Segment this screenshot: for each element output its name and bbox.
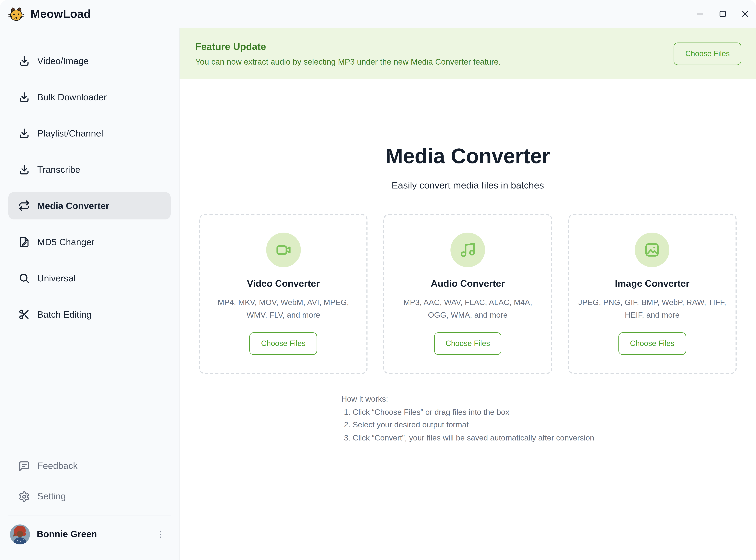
profile-menu-button[interactable] xyxy=(154,527,167,541)
main-area: Feature Update You can now extract audio… xyxy=(180,28,756,560)
cat-logo-icon xyxy=(8,6,25,22)
sidebar-item-label: Playlist/Channel xyxy=(37,128,103,139)
minimize-icon xyxy=(695,9,705,19)
music-note-icon xyxy=(451,233,485,267)
card-title: Audio Converter xyxy=(431,278,505,289)
download-icon xyxy=(18,55,30,67)
sidebar-divider xyxy=(8,515,171,516)
sidebar-item-media-converter[interactable]: Media Converter xyxy=(8,192,171,219)
sidebar-item-label: MD5 Changer xyxy=(37,237,95,247)
sidebar-item-feedback[interactable]: Feedback xyxy=(8,454,171,479)
how-it-works-step: 3. Click “Convert”, your files will be s… xyxy=(341,432,594,444)
feedback-message-icon xyxy=(18,460,30,472)
scissors-icon xyxy=(18,309,30,320)
how-it-works-title: How it works: xyxy=(341,393,594,406)
download-icon xyxy=(18,127,30,139)
kebab-menu-icon xyxy=(156,529,165,539)
avatar xyxy=(10,524,30,544)
card-formats: JPEG, PNG, GIF, BMP, WebP, RAW, TIFF, HE… xyxy=(577,296,727,321)
file-edit-icon xyxy=(18,236,30,248)
how-it-works: How it works: 1. Click “Choose Files” or… xyxy=(341,393,594,444)
page-title: Media Converter xyxy=(180,143,756,168)
feature-update-banner: Feature Update You can now extract audio… xyxy=(180,28,756,79)
video-choose-files-button[interactable]: Choose Files xyxy=(250,332,317,355)
sidebar-item-label: Setting xyxy=(37,491,66,502)
how-it-works-step: 2. Select your desired output format xyxy=(341,418,594,432)
card-formats: MP3, AAC, WAV, FLAC, ALAC, M4A, OGG, WMA… xyxy=(393,296,542,321)
image-icon xyxy=(635,233,670,267)
sidebar-footer: Feedback Setting xyxy=(0,454,179,560)
sidebar-item-label: Video/Image xyxy=(37,56,89,66)
how-it-works-step: 1. Click “Choose Files” or drag files in… xyxy=(341,406,594,419)
minimize-button[interactable] xyxy=(692,6,708,22)
maximize-button[interactable] xyxy=(715,6,730,22)
sidebar: Video/Image Bulk Downloader Playlist/Cha… xyxy=(0,28,180,560)
card-formats: MP4, MKV, MOV, WebM, AVI, MPEG, WMV, FLV… xyxy=(208,296,358,321)
card-title: Image Converter xyxy=(615,278,690,289)
sidebar-item-label: Media Converter xyxy=(37,200,109,212)
sidebar-item-playlist-channel[interactable]: Playlist/Channel xyxy=(8,120,171,147)
sidebar-item-md5-changer[interactable]: MD5 Changer xyxy=(8,228,171,256)
image-choose-files-button[interactable]: Choose Files xyxy=(618,332,686,355)
app-title: MeowLoad xyxy=(31,7,91,21)
video-camera-icon xyxy=(266,233,301,267)
sidebar-item-transcribe[interactable]: Transcribe xyxy=(8,156,171,183)
sidebar-item-batch-editing[interactable]: Batch Editing xyxy=(8,301,171,328)
sidebar-item-setting[interactable]: Setting xyxy=(8,484,171,509)
maximize-icon xyxy=(717,9,728,19)
banner-title: Feature Update xyxy=(195,41,501,52)
close-button[interactable] xyxy=(737,6,753,22)
titlebar: MeowLoad xyxy=(0,0,756,28)
sidebar-item-bulk-downloader[interactable]: Bulk Downloader xyxy=(8,83,171,111)
profile-name: Bonnie Green xyxy=(37,529,97,540)
sidebar-item-label: Batch Editing xyxy=(37,309,91,320)
sidebar-item-universal[interactable]: Universal xyxy=(8,265,171,292)
download-icon xyxy=(18,91,30,103)
sidebar-item-label: Feedback xyxy=(37,460,78,472)
converter-cards: Video Converter MP4, MKV, MOV, WebM, AVI… xyxy=(180,214,756,374)
audio-converter-card[interactable]: Audio Converter MP3, AAC, WAV, FLAC, ALA… xyxy=(383,214,552,374)
search-icon xyxy=(18,273,30,284)
profile-row[interactable]: Bonnie Green xyxy=(8,524,171,544)
banner-texts: Feature Update You can now extract audio… xyxy=(195,41,501,66)
sidebar-item-label: Transcribe xyxy=(37,164,80,175)
gear-icon xyxy=(18,491,30,502)
app-window: MeowLoad Video/Image xyxy=(0,0,756,560)
sidebar-nav: Video/Image Bulk Downloader Playlist/Cha… xyxy=(0,28,179,337)
download-icon xyxy=(18,164,30,175)
page-subtitle: Easily convert media files in batches xyxy=(180,180,756,191)
sidebar-item-label: Bulk Downloader xyxy=(37,92,107,103)
video-converter-card[interactable]: Video Converter MP4, MKV, MOV, WebM, AVI… xyxy=(199,214,368,374)
banner-message: You can now extract audio by selecting M… xyxy=(195,57,501,66)
audio-choose-files-button[interactable]: Choose Files xyxy=(434,332,501,355)
image-converter-card[interactable]: Image Converter JPEG, PNG, GIF, BMP, Web… xyxy=(568,214,737,374)
window-controls xyxy=(685,6,753,22)
sidebar-item-video-image[interactable]: Video/Image xyxy=(8,47,171,75)
sidebar-item-label: Universal xyxy=(37,273,76,284)
repeat-icon xyxy=(18,200,30,212)
close-icon xyxy=(740,9,750,19)
banner-choose-files-button[interactable]: Choose Files xyxy=(674,42,741,65)
card-title: Video Converter xyxy=(247,278,320,289)
